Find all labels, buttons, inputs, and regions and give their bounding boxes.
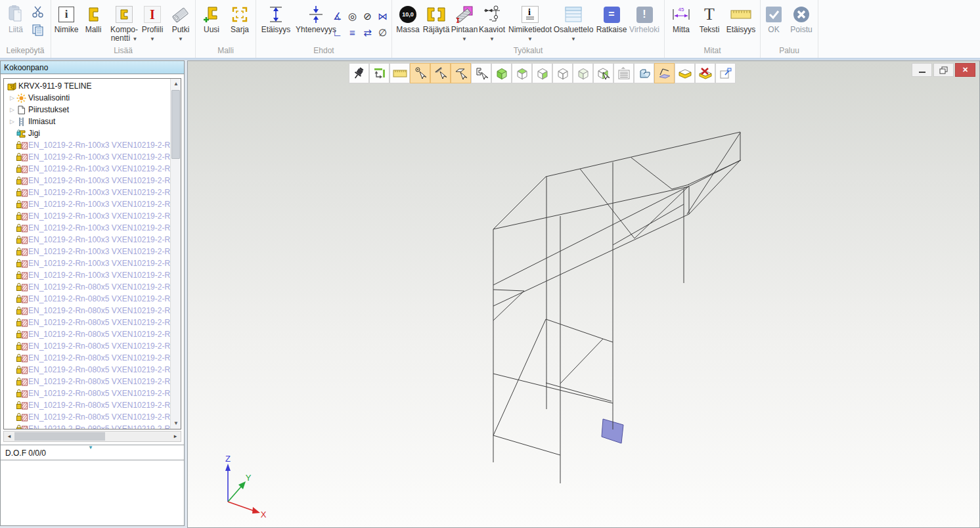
- tree-item[interactable]: EN_10219-2-Rn-100x3 VXEN10219-2-Rn-1: [4, 187, 170, 198]
- tree-item[interactable]: ▷Visualisointi: [4, 92, 170, 104]
- nimike-button[interactable]: i Nimike: [53, 3, 80, 34]
- scroll-down-arrow[interactable]: ▼: [171, 418, 181, 429]
- restore-button[interactable]: [933, 63, 954, 77]
- osaluettelo-button[interactable]: Osaluettelo▼: [552, 3, 595, 43]
- ratkaise-button[interactable]: = Ratkaise: [596, 3, 627, 34]
- poistu-button[interactable]: Poistu: [787, 3, 816, 34]
- scroll-right-arrow[interactable]: ▸: [170, 431, 181, 441]
- new-view-button[interactable]: [715, 63, 736, 83]
- tree-item[interactable]: EN_10219-2-Rn-080x5 VXEN10219-2-Rn-0: [4, 387, 170, 399]
- uusi-button[interactable]: Uusi: [198, 3, 225, 34]
- tree-item[interactable]: EN_10219-2-Rn-100x3 VXEN10219-2-Rn-1: [4, 139, 170, 151]
- constraint-parallel-icon[interactable]: ≡: [345, 24, 360, 41]
- tree-horizontal-scrollbar[interactable]: ◂ ▸: [3, 431, 181, 442]
- tree-item[interactable]: EN_10219-2-Rn-080x5 VXEN10219-2-Rn-0: [4, 293, 170, 305]
- tree-item[interactable]: EN_10219-2-Rn-080x5 VXEN10219-2-Rn-0: [4, 281, 170, 293]
- copy-button[interactable]: [32, 24, 45, 39]
- teksti-button[interactable]: T Teksti: [696, 3, 723, 34]
- putki-button[interactable]: Putki▼: [167, 3, 194, 43]
- tree-item[interactable]: EN_10219-2-Rn-100x3 VXEN10219-2-Rn-1: [4, 257, 170, 269]
- work-plane-button[interactable]: [654, 63, 675, 83]
- profiili-button[interactable]: I Profiili▼: [138, 3, 167, 43]
- massa-button[interactable]: 10,0 Massa: [393, 3, 422, 34]
- constraint-none-icon[interactable]: ∅: [375, 24, 390, 41]
- constraint-equal-icon[interactable]: ⇄: [360, 24, 375, 41]
- ok-button[interactable]: OK: [762, 3, 786, 34]
- select-profile-button[interactable]: [471, 63, 491, 83]
- tree-item[interactable]: EN_10219-2-Rn-080x5 VXEN10219-2-Rn-0: [4, 411, 170, 423]
- slab-button[interactable]: [675, 63, 695, 83]
- mitta-button[interactable]: 45 Mitta: [667, 3, 695, 34]
- tree-item[interactable]: EN_10219-2-Rn-080x5 VXEN10219-2-Rn-0: [4, 423, 170, 429]
- tree-item[interactable]: EN_10219-2-Rn-100x3 VXEN10219-2-Rn-1: [4, 151, 170, 163]
- tree-item[interactable]: KRVX-911-9 TELINE: [4, 80, 170, 92]
- constraint-concentric-icon[interactable]: ◎: [345, 8, 360, 24]
- view-solid-button[interactable]: [491, 63, 512, 83]
- snap-point-button[interactable]: [410, 63, 430, 83]
- constraint-symmetry-icon[interactable]: ⋈: [375, 8, 390, 24]
- tree-item[interactable]: EN_10219-2-Rn-100x3 VXEN10219-2-Rn-1: [4, 246, 170, 257]
- tree-item[interactable]: EN_10219-2-Rn-100x3 VXEN10219-2-Rn-1: [4, 234, 170, 246]
- tree-item[interactable]: ▷Ilmiasut: [4, 116, 170, 127]
- sarja-button[interactable]: Sarja: [226, 3, 254, 34]
- snap-edge-button[interactable]: [430, 63, 451, 83]
- view-shaded-button[interactable]: [573, 63, 593, 83]
- model-viewport[interactable]: ZYX ✕: [187, 60, 980, 528]
- constraint-perpendicular-icon[interactable]: ∟: [330, 24, 345, 41]
- series-icon: [226, 3, 254, 26]
- tree-item[interactable]: EN_10219-2-Rn-080x5 VXEN10219-2-Rn-0: [4, 305, 170, 317]
- komponentti-button[interactable]: Kompo-nentti ▼: [108, 3, 141, 43]
- splitter-handle-icon[interactable]: ▼: [88, 445, 93, 451]
- pintaan-button[interactable]: Pintaan▼: [450, 3, 479, 43]
- paste-button[interactable]: Liitä: [3, 3, 29, 34]
- tree-item[interactable]: EN_10219-2-Rn-100x3 VXEN10219-2-Rn-1: [4, 222, 170, 234]
- tree-item[interactable]: EN_10219-2-Rn-080x5 VXEN10219-2-Rn-0: [4, 376, 170, 387]
- malli-button[interactable]: Malli: [80, 3, 106, 34]
- tree-item[interactable]: EN_10219-2-Rn-100x3 VXEN10219-2-Rn-1: [4, 198, 170, 210]
- rajayta-button[interactable]: Räjäytä: [421, 3, 451, 34]
- constraint-tangent-icon[interactable]: ⊘: [360, 8, 375, 24]
- nimiketiedot-button[interactable]: i Nimiketiedot▼: [508, 3, 552, 43]
- kaaviot-button[interactable]: Kaaviot▼: [478, 3, 506, 43]
- tree-item[interactable]: EN_10219-2-Rn-080x5 VXEN10219-2-Rn-0: [4, 399, 170, 411]
- tree-item[interactable]: EN_10219-2-Rn-100x3 VXEN10219-2-Rn-1: [4, 269, 170, 281]
- section-tool-button[interactable]: [634, 63, 654, 83]
- tree-item[interactable]: Jigi: [4, 127, 170, 139]
- refit-button[interactable]: [369, 63, 390, 83]
- display-list-button[interactable]: [613, 63, 634, 83]
- cut-button[interactable]: [32, 5, 45, 21]
- close-button[interactable]: ✕: [955, 63, 975, 77]
- snap-face-button[interactable]: [451, 63, 471, 83]
- tree-item[interactable]: EN_10219-2-Rn-080x5 VXEN10219-2-Rn-0: [4, 328, 170, 340]
- etaisyys-measure-button[interactable]: Etäisyys: [724, 3, 758, 34]
- tree-item[interactable]: EN_10219-2-Rn-100x3 VXEN10219-2-Rn-1: [4, 210, 170, 222]
- virheloki-button[interactable]: ! Virheloki: [627, 3, 661, 34]
- expander-icon[interactable]: ▷: [8, 95, 16, 101]
- tree-item[interactable]: EN_10219-2-Rn-100x3 VXEN10219-2-Rn-1: [4, 163, 170, 175]
- view-face-top-button[interactable]: [512, 63, 532, 83]
- model-wireframe[interactable]: ZYX: [188, 61, 980, 528]
- expander-icon[interactable]: ▷: [8, 106, 16, 113]
- horizontal-scroll-thumb[interactable]: [14, 432, 105, 441]
- slab-delete-button[interactable]: [695, 63, 715, 83]
- pin-button[interactable]: [349, 63, 369, 83]
- view-face-right-button[interactable]: [532, 63, 552, 83]
- tree-vertical-scrollbar[interactable]: ▲ ▼: [170, 79, 181, 429]
- tree-item-label: EN_10219-2-Rn-100x3 VXEN10219-2-Rn-1: [28, 247, 170, 256]
- tree-item[interactable]: EN_10219-2-Rn-080x5 VXEN10219-2-Rn-0: [4, 317, 170, 328]
- expander-icon[interactable]: ▷: [8, 118, 16, 125]
- select-body-button[interactable]: [593, 63, 613, 83]
- scroll-left-arrow[interactable]: ◂: [4, 431, 14, 441]
- tree-item[interactable]: EN_10219-2-Rn-080x5 VXEN10219-2-Rn-0: [4, 364, 170, 376]
- tree-item[interactable]: EN_10219-2-Rn-100x3 VXEN10219-2-Rn-1: [4, 175, 170, 187]
- etaisyys-constraint-button[interactable]: Etäisyys: [257, 3, 294, 34]
- view-box-button[interactable]: [552, 63, 573, 83]
- tree-item[interactable]: EN_10219-2-Rn-080x5 VXEN10219-2-Rn-0: [4, 352, 170, 364]
- minimize-button[interactable]: [912, 63, 932, 77]
- tree-item[interactable]: ▷Piirustukset: [4, 104, 170, 116]
- scroll-up-arrow[interactable]: ▲: [171, 79, 181, 89]
- vertical-scroll-thumb[interactable]: [171, 90, 180, 159]
- tree-item[interactable]: EN_10219-2-Rn-080x5 VXEN10219-2-Rn-0: [4, 340, 170, 352]
- constraint-angle-icon[interactable]: ∡: [330, 8, 345, 24]
- measure-button[interactable]: [390, 63, 410, 83]
